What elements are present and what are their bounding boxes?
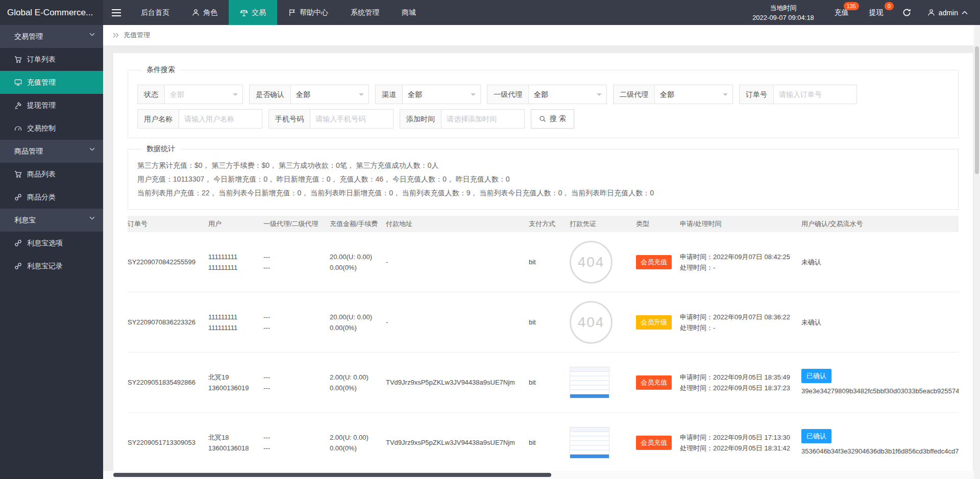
add-time-input[interactable] [442, 110, 524, 128]
sidebar-item-goods-category[interactable]: 商品分类 [0, 186, 103, 209]
pay-address: - [386, 318, 529, 326]
username-input[interactable] [179, 110, 262, 128]
confirmed-select[interactable]: 全部 [291, 85, 369, 104]
chevron-down-icon [723, 93, 728, 98]
payment-proof-thumbnail[interactable] [570, 427, 609, 459]
col-times: 申请/处理时间 [680, 219, 801, 229]
transaction-hash: 39e3e34279809b3482fc5bbf30d03033b5eacb92… [801, 386, 953, 396]
topnav-trade[interactable]: 交易 [229, 0, 277, 25]
agent1-select[interactable]: 全部 [529, 85, 606, 104]
topnav-roles[interactable]: 角色 [181, 0, 229, 25]
filter-label: 手机号码 [269, 110, 310, 128]
app-window: Global E-Commerce... 后台首页 角色 交易 帮助中心 系统管… [0, 0, 980, 479]
col-address: 付款地址 [386, 219, 529, 229]
proof-cell [570, 367, 636, 398]
local-time-value: 2022-09-07 09:04:18 [752, 13, 814, 22]
horizontal-scrollbar-thumb[interactable] [113, 473, 551, 477]
select-value: 全部 [296, 90, 310, 98]
type-badge: 会员充值 [636, 375, 672, 390]
type-badge: 会员充值 [636, 255, 672, 269]
topnav-label: 角色 [203, 8, 217, 17]
topnav-dashboard[interactable]: 后台首页 [130, 0, 181, 25]
statistics-box: 数据统计 第三方累计充值：$0， 第三方手续费：$0， 第三方成功收款：0笔， … [128, 144, 959, 210]
search-icon [539, 115, 546, 122]
vertical-scrollbar-thumb[interactable] [975, 46, 979, 174]
search-filter-box: 条件搜索 状态 全部 是否确认 全部 渠道 [128, 65, 959, 138]
refresh-icon [902, 8, 911, 17]
topnav-help-center[interactable]: 帮助中心 [277, 0, 339, 25]
col-user: 用户 [208, 219, 263, 229]
order-no-input[interactable] [774, 85, 856, 104]
sidebar-group-label: 商品管理 [14, 147, 43, 155]
confirm-status-badge: 已确认 [801, 369, 831, 383]
app-logo: Global E-Commerce... [0, 0, 103, 25]
user-phone: 13600136018 [208, 443, 258, 453]
select-value: 全部 [170, 90, 184, 98]
time-cell: 申请时间：2022年09月05日 18:35:49 处理时间：2022年09月0… [680, 372, 801, 393]
channel-select[interactable]: 全部 [403, 85, 480, 104]
apply-time: 申请时间：2022年09月05日 17:13:30 [680, 432, 796, 443]
sidebar-item-goods-list[interactable]: 商品列表 [0, 163, 103, 186]
vertical-scrollbar[interactable] [974, 25, 980, 479]
confirm-cell: 已确认 39e3e34279809b3482fc5bbf30d03033b5ea… [801, 369, 959, 396]
proof-cell: 404 [570, 301, 636, 344]
topnav-mall[interactable]: 商城 [390, 0, 427, 25]
sidebar-toggle-button[interactable] [103, 0, 130, 25]
recharge-notice-button[interactable]: 充值 135 [824, 0, 859, 25]
filter-row-1: 状态 全部 是否确认 全部 渠道 全部 [137, 85, 949, 104]
time-cell: 申请时间：2022年09月05日 17:13:30 处理时间：2022年09月0… [680, 432, 801, 453]
table-row: SY2209051835492866 北冥19 13600136019 --- … [128, 352, 959, 413]
recharge-table: 订单号 用户 一级代理/二级代理 充值金额/手续费 付款地址 支付方式 打款凭证… [128, 216, 959, 479]
sidebar-group-trade[interactable]: 交易管理 [0, 25, 103, 48]
agent-cell: --- --- [263, 312, 330, 333]
sidebar-group-goods[interactable]: 商品管理 [0, 140, 103, 163]
process-time: 处理时间：2022年09月05日 18:31:42 [680, 443, 796, 453]
phone-input[interactable] [310, 110, 393, 128]
filter-agent-level2: 二级代理 全部 [613, 85, 733, 104]
time-cell: 申请时间：2022年09月07日 08:42:25 处理时间：- [680, 251, 801, 273]
pay-address: TVd9Jrz9xsP5pZKLw3JV94438a9sUE7Njm [386, 379, 529, 386]
search-button-label: 搜 索 [550, 114, 566, 123]
topnav-system[interactable]: 系统管理 [339, 0, 390, 25]
agent2-select[interactable]: 全部 [655, 85, 732, 104]
payment-proof-thumbnail[interactable] [570, 367, 609, 398]
user-menu[interactable]: admin [920, 9, 980, 17]
horizontal-scrollbar[interactable] [103, 471, 974, 479]
confirm-cell: 未确认 [801, 318, 959, 327]
col-amount: 充值金额/手续费 [330, 219, 386, 229]
type-cell: 会员充值 [636, 255, 680, 269]
agent-level1: --- [263, 372, 325, 383]
select-value: 全部 [408, 90, 422, 98]
apply-time: 申请时间：2022年09月07日 08:36:22 [680, 312, 796, 322]
search-button[interactable]: 搜 索 [531, 109, 574, 129]
chevron-down-icon [89, 147, 95, 151]
user-cell: 北冥19 13600136019 [208, 372, 263, 393]
sidebar-group-label: 交易管理 [14, 32, 43, 40]
user-cell: 北冥18 13600136018 [208, 432, 263, 453]
amount-cell: 2.00(U: 0.00) 0.00(0%) [330, 372, 386, 393]
refresh-button[interactable] [894, 8, 920, 17]
sidebar-item-label: 商品列表 [27, 170, 56, 179]
withdraw-notice-button[interactable]: 提现 0 [859, 0, 894, 25]
filter-order-no: 订单号 [739, 85, 857, 104]
fee: 0.00(0%) [330, 443, 381, 453]
sidebar-item-label: 商品分类 [27, 193, 56, 202]
sidebar-group-lixibao[interactable]: 利息宝 [0, 209, 103, 232]
filter-label: 添加时间 [400, 110, 442, 128]
sidebar-item-recharge-management[interactable]: 充值管理 [0, 71, 103, 94]
sidebar-item-order-list[interactable]: 订单列表 [0, 48, 103, 71]
col-confirm: 用户确认/交易流水号 [801, 219, 959, 229]
user-icon [927, 9, 935, 16]
sidebar-item-withdraw-management[interactable]: 提现管理 [0, 94, 103, 117]
cart-icon [14, 170, 22, 178]
user-icon [192, 9, 200, 16]
sidebar-item-lixibao-records[interactable]: 利息宝记录 [0, 255, 103, 278]
pay-method: bit [529, 258, 570, 266]
agent-level1: --- [263, 251, 325, 262]
sidebar-item-trade-control[interactable]: 交易控制 [0, 117, 103, 140]
sidebar-item-lixibao-options[interactable]: 利息宝选项 [0, 232, 103, 255]
status-select[interactable]: 全部 [165, 85, 242, 104]
agent-cell: --- --- [263, 372, 330, 393]
agent-cell: --- --- [263, 251, 330, 273]
agent-level2: --- [263, 443, 325, 453]
